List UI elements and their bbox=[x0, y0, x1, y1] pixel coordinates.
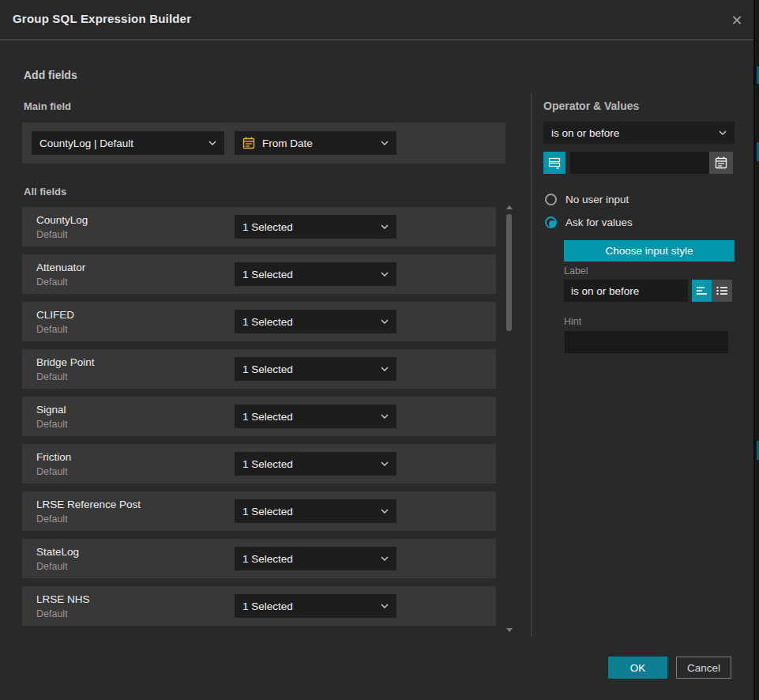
field-name: Signal bbox=[36, 404, 66, 416]
field-selected-value: 1 Selected bbox=[242, 600, 381, 612]
field-sublabel: Default bbox=[36, 229, 68, 240]
radio-no-user-input-label: No user input bbox=[565, 194, 629, 205]
chevron-down-icon bbox=[381, 509, 389, 514]
field-sublabel: Default bbox=[36, 514, 68, 525]
dialog-surface: Group SQL Expression Builder ✕ Add field… bbox=[0, 0, 753, 700]
operator-values-heading: Operator & Values bbox=[543, 100, 639, 112]
main-field-layer-dropdown-value: CountyLog | Default bbox=[39, 137, 209, 149]
field-selected-value: 1 Selected bbox=[242, 411, 381, 423]
list-scrollbar[interactable] bbox=[505, 204, 513, 634]
chevron-down-icon bbox=[381, 224, 389, 229]
chevron-down-icon bbox=[381, 141, 389, 145]
field-row: Friction Default 1 Selected bbox=[22, 444, 496, 484]
field-row: StateLog Default 1 Selected bbox=[22, 539, 496, 578]
field-row: Attenuator Default 1 Selected bbox=[22, 254, 496, 294]
field-name: CLIFED bbox=[36, 309, 74, 321]
label-field-label: Label bbox=[564, 265, 588, 277]
chevron-down-icon bbox=[381, 556, 389, 561]
radio-selected-icon bbox=[545, 216, 557, 228]
align-left-icon bbox=[696, 286, 708, 295]
field-selected-value: 1 Selected bbox=[242, 316, 381, 328]
field-sublabel: Default bbox=[36, 561, 68, 572]
main-field-field-dropdown[interactable]: From Date bbox=[235, 131, 396, 155]
field-row: CLIFED Default 1 Selected bbox=[22, 302, 496, 341]
field-sublabel: Default bbox=[36, 466, 68, 477]
field-name: Friction bbox=[36, 451, 71, 463]
field-name: LRSE NHS bbox=[36, 593, 90, 605]
scroll-up-icon[interactable] bbox=[506, 205, 513, 209]
field-sublabel: Default bbox=[36, 419, 68, 430]
chevron-down-icon bbox=[719, 130, 727, 135]
field-selected-value: 1 Selected bbox=[242, 458, 381, 470]
all-fields-label: All fields bbox=[24, 186, 66, 198]
stacked-fields-icon bbox=[548, 156, 561, 169]
field-selected-dropdown[interactable]: 1 Selected bbox=[235, 499, 396, 523]
field-row: LRSE NHS Default 1 Selected bbox=[22, 586, 496, 626]
date-picker-button[interactable] bbox=[709, 152, 733, 174]
label-input[interactable] bbox=[564, 280, 688, 302]
field-name: LRSE Reference Post bbox=[36, 499, 141, 510]
hint-input[interactable] bbox=[565, 331, 728, 353]
field-selected-value: 1 Selected bbox=[242, 221, 381, 233]
field-selected-value: 1 Selected bbox=[242, 363, 381, 375]
chevron-down-icon bbox=[381, 367, 389, 371]
chevron-down-icon bbox=[209, 141, 216, 145]
scroll-down-icon[interactable] bbox=[506, 628, 513, 632]
field-name: StateLog bbox=[36, 546, 79, 558]
field-sublabel: Default bbox=[36, 608, 68, 619]
operator-dropdown-value: is on or before bbox=[551, 127, 719, 139]
group-sql-expression-builder-dialog: Group SQL Expression Builder ✕ Add field… bbox=[0, 0, 759, 700]
date-value-input[interactable] bbox=[570, 152, 709, 174]
choose-input-style-button[interactable]: Choose input style bbox=[564, 240, 735, 262]
radio-ask-for-values[interactable]: Ask for values bbox=[545, 216, 633, 228]
add-fields-heading: Add fields bbox=[24, 69, 77, 81]
hint-field-label: Hint bbox=[564, 316, 581, 327]
field-sublabel: Default bbox=[36, 371, 68, 382]
calendar-icon bbox=[715, 156, 727, 169]
field-selected-value: 1 Selected bbox=[242, 506, 381, 517]
dialog-title: Group SQL Expression Builder bbox=[13, 12, 191, 25]
background-page-sliver bbox=[753, 0, 759, 700]
radio-ask-for-values-label: Ask for values bbox=[565, 216, 633, 228]
field-row: Bridge Point Default 1 Selected bbox=[22, 349, 496, 389]
field-selected-dropdown[interactable]: 1 Selected bbox=[235, 405, 396, 428]
input-style-toggle-button[interactable] bbox=[543, 152, 565, 174]
single-line-style-button[interactable] bbox=[692, 280, 712, 302]
main-field-label: Main field bbox=[24, 100, 71, 112]
scrollbar-thumb[interactable] bbox=[506, 214, 512, 331]
field-selected-dropdown[interactable]: 1 Selected bbox=[235, 310, 396, 333]
field-selected-value: 1 Selected bbox=[242, 269, 381, 280]
cancel-button[interactable]: Cancel bbox=[676, 657, 731, 679]
main-field-layer-dropdown[interactable]: CountyLog | Default bbox=[32, 131, 224, 155]
field-name: CountyLog bbox=[36, 214, 88, 226]
chevron-down-icon bbox=[381, 604, 389, 608]
chevron-down-icon bbox=[381, 461, 389, 466]
main-field-panel: CountyLog | Default From Date bbox=[22, 122, 505, 164]
close-icon[interactable]: ✕ bbox=[728, 12, 746, 29]
field-sublabel: Default bbox=[36, 324, 68, 335]
field-selected-dropdown[interactable]: 1 Selected bbox=[235, 594, 396, 618]
radio-circle-icon bbox=[545, 194, 557, 205]
field-row: LRSE Reference Post Default 1 Selected bbox=[22, 491, 496, 531]
calendar-icon bbox=[242, 137, 255, 149]
chevron-down-icon bbox=[381, 414, 389, 419]
field-row: CountyLog Default 1 Selected bbox=[22, 207, 496, 247]
list-style-button[interactable] bbox=[712, 280, 732, 302]
field-selected-dropdown[interactable]: 1 Selected bbox=[235, 547, 396, 570]
field-selected-dropdown[interactable]: 1 Selected bbox=[235, 452, 396, 476]
ok-button[interactable]: OK bbox=[608, 657, 667, 679]
radio-no-user-input[interactable]: No user input bbox=[545, 194, 629, 205]
operator-dropdown[interactable]: is on or before bbox=[543, 122, 735, 144]
dialog-header: Group SQL Expression Builder ✕ bbox=[0, 0, 753, 40]
chevron-down-icon bbox=[381, 319, 389, 324]
chevron-down-icon bbox=[381, 272, 389, 277]
field-selected-dropdown[interactable]: 1 Selected bbox=[235, 262, 396, 286]
bulleted-list-icon bbox=[716, 286, 728, 295]
field-selected-dropdown[interactable]: 1 Selected bbox=[235, 357, 396, 381]
field-sublabel: Default bbox=[36, 277, 68, 288]
field-name: Attenuator bbox=[36, 262, 85, 273]
field-selected-dropdown[interactable]: 1 Selected bbox=[235, 215, 396, 239]
field-row: Signal Default 1 Selected bbox=[22, 397, 496, 436]
field-name: Bridge Point bbox=[36, 356, 95, 368]
main-field-field-dropdown-value: From Date bbox=[262, 137, 381, 149]
